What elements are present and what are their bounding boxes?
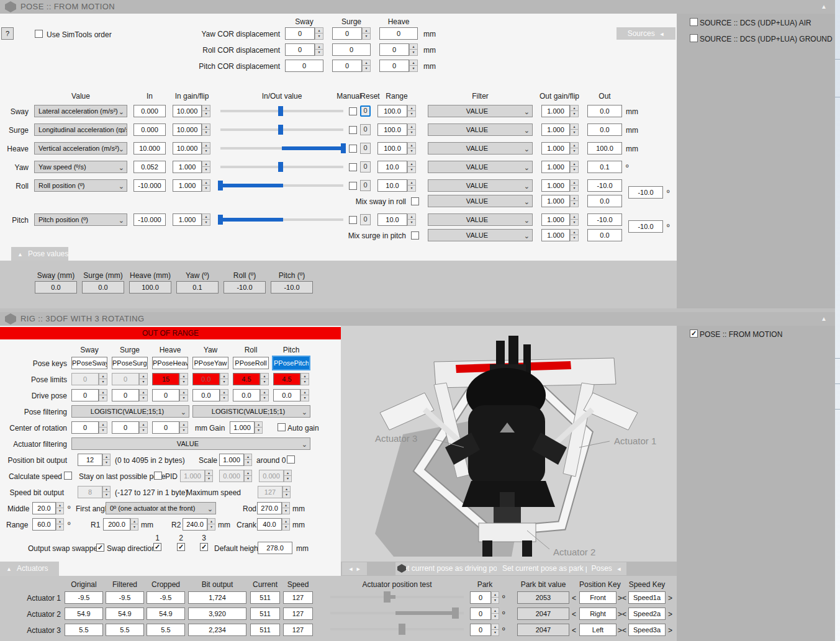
pitch-manual-checkbox[interactable] (349, 216, 357, 224)
spinner-up-icon[interactable] (315, 27, 323, 34)
roll-value-select[interactable]: Roll position (º) (34, 179, 127, 192)
heave-in-gain-input[interactable]: 10.000 (173, 142, 202, 155)
spinner-up-icon[interactable] (409, 60, 418, 66)
swap-direction-2-checkbox[interactable] (177, 543, 185, 551)
spinner-down-icon[interactable] (407, 186, 416, 192)
heave-filter-select[interactable]: VALUE (428, 142, 533, 155)
spinner-down-icon[interactable] (570, 220, 579, 226)
spinner-up-icon[interactable] (99, 389, 107, 395)
source-dcs-air-checkbox[interactable] (690, 18, 698, 26)
spinner-down-icon[interactable] (300, 395, 309, 401)
spinner-up-icon[interactable] (362, 27, 371, 34)
spinner-buttons[interactable] (300, 389, 309, 401)
spinner-buttons[interactable] (409, 60, 418, 72)
spinner-up-icon[interactable] (491, 591, 499, 598)
spinner-buttons[interactable] (260, 389, 269, 401)
spinner-down-icon[interactable] (99, 379, 107, 385)
roll-reset-button[interactable]: 0 (360, 180, 371, 191)
spinner-down-icon[interactable] (202, 111, 210, 117)
spinner-down-icon[interactable] (300, 379, 309, 385)
spinner-down-icon[interactable] (407, 167, 416, 173)
pose-nav-buttons[interactable]: ◄ ► (342, 562, 367, 575)
spinner-up-icon[interactable] (282, 502, 290, 508)
spinner-buttons[interactable] (220, 389, 228, 401)
spinner-down-icon[interactable] (244, 476, 252, 482)
actuator-2-park-input[interactable]: 0 (470, 607, 491, 620)
pose-limit-heave-input[interactable]: 15 (152, 373, 179, 385)
sway-inout-slider[interactable] (220, 106, 343, 116)
sway-value-select[interactable]: Lateral acceleration (m/s²) (34, 105, 127, 117)
spinner-down-icon[interactable] (362, 66, 371, 72)
spinner-up-icon[interactable] (284, 470, 292, 476)
actuator-3-speed-key[interactable]: Speed3a (628, 624, 666, 636)
slider-handle[interactable] (399, 624, 405, 635)
pose-from-motion-checkbox[interactable] (690, 329, 698, 338)
spinner-down-icon[interactable] (244, 460, 252, 466)
pitch-cor-surge-input[interactable]: 0 (332, 60, 362, 72)
key-prev-button[interactable]: < (572, 626, 576, 635)
spinner-buttons[interactable] (315, 27, 323, 40)
sway-range-input[interactable]: 100.0 (377, 105, 407, 117)
roll-in-gain-input[interactable]: 1.000 (173, 179, 202, 192)
spinner-down-icon[interactable] (407, 130, 416, 136)
spinner-buttons[interactable] (407, 161, 416, 173)
spinner-up-icon[interactable] (407, 123, 416, 130)
collapse-up-icon[interactable]: ▲ (821, 316, 827, 322)
slider-handle[interactable] (452, 607, 459, 619)
drive-pose-surge-input[interactable]: 0 (112, 389, 139, 401)
spinner-up-icon[interactable] (362, 60, 371, 66)
calculate-speed-checkbox[interactable] (64, 472, 72, 480)
actuator-1-position-key[interactable]: Front (579, 591, 616, 604)
spinner-down-icon[interactable] (407, 148, 416, 155)
drive-pose-sway-input[interactable]: 0 (71, 389, 99, 401)
spinner-buttons[interactable] (491, 607, 499, 620)
pose-limit-pitch-input[interactable]: 4.5 (273, 373, 300, 385)
pid-checkbox[interactable] (154, 472, 162, 480)
spinner-down-icon[interactable] (179, 395, 188, 401)
spinner-buttons[interactable] (407, 213, 416, 226)
surge-filter-select[interactable]: VALUE (428, 123, 533, 136)
poses-button[interactable]: Poses ◄ (587, 562, 626, 575)
spinner-down-icon[interactable] (409, 50, 418, 56)
spinner-buttons[interactable] (99, 373, 107, 385)
spinner-up-icon[interactable] (409, 43, 418, 50)
yaw-filter-select[interactable]: VALUE (428, 161, 533, 173)
yaw-cor-surge-input[interactable]: 0 (332, 27, 362, 40)
scale-input[interactable]: 1.000 (219, 454, 244, 466)
spinner-down-icon[interactable] (491, 630, 499, 636)
spinner-up-icon[interactable] (570, 195, 579, 201)
spinner-buttons[interactable] (220, 373, 228, 385)
spinner-buttons[interactable] (179, 421, 188, 434)
roll-out-gain-input[interactable]: 1.000 (541, 179, 570, 192)
spinner-up-icon[interactable] (56, 518, 64, 524)
pose-limit-surge-input[interactable]: 0 (112, 373, 139, 385)
middle-input[interactable]: 20.0 (32, 502, 56, 514)
spinner-down-icon[interactable] (56, 524, 64, 531)
cor-z-input[interactable]: 0 (152, 421, 179, 434)
surge-in-gain-input[interactable]: 10.000 (173, 123, 202, 136)
surge-manual-checkbox[interactable] (349, 126, 357, 134)
spinner-up-icon[interactable] (255, 421, 263, 428)
heave-inout-slider[interactable] (220, 143, 343, 153)
spinner-up-icon[interactable] (139, 389, 148, 395)
spinner-buttons[interactable] (362, 27, 371, 40)
spinner-down-icon[interactable] (570, 186, 579, 192)
spinner-buttons[interactable] (570, 105, 579, 117)
key-next-button[interactable]: > (668, 594, 672, 603)
spinner-down-icon[interactable] (284, 476, 292, 482)
spinner-up-icon[interactable] (570, 179, 579, 186)
pitch-mix-out-gain-input[interactable]: 1.000 (541, 229, 570, 241)
actuator-3-position-key[interactable]: Left (579, 624, 616, 636)
spinner-up-icon[interactable] (570, 229, 579, 235)
spinner-down-icon[interactable] (409, 66, 418, 72)
spinner-up-icon[interactable] (139, 421, 148, 428)
surge-value-select[interactable]: Longitudinal acceleration (m/s²) (34, 123, 127, 136)
actuator-2-position-key[interactable]: Right (579, 607, 616, 620)
spinner-up-icon[interactable] (570, 213, 579, 220)
spinner-down-icon[interactable] (202, 167, 210, 173)
spinner-buttons[interactable] (570, 213, 579, 226)
slider-handle[interactable] (384, 591, 391, 603)
spinner-buttons[interactable] (491, 624, 499, 636)
spinner-down-icon[interactable] (260, 379, 269, 385)
spinner-buttons[interactable] (179, 373, 188, 385)
